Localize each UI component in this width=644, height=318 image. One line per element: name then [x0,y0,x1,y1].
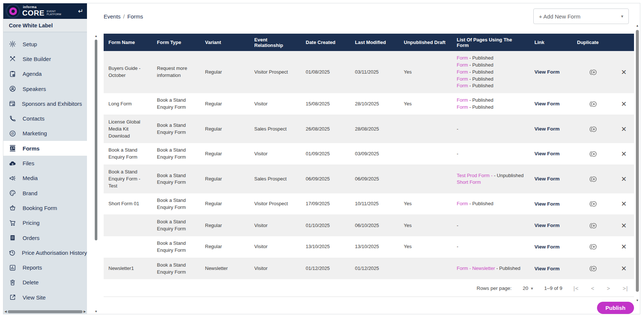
scroll-up-icon[interactable]: ▲ [94,34,98,38]
duplicate-button[interactable] [572,64,614,80]
page-form-link[interactable]: Form [457,76,468,82]
duplicate-button[interactable] [572,218,614,234]
delete-form-button[interactable]: × [621,149,626,159]
view-form-link[interactable]: View Form [534,151,560,156]
scroll-down-icon[interactable]: ▼ [635,299,639,302]
view-form-link[interactable]: View Form [534,101,560,106]
cell-event-relationship: Visitor [249,97,301,111]
scroll-down-icon[interactable]: ▼ [94,310,98,313]
page-status-text: - Published [468,83,493,88]
sidebar-item-orders[interactable]: Orders [3,230,87,245]
page-form-link[interactable]: Form [457,55,468,61]
content-left-scrollbar[interactable]: ▲ ▼ [94,34,98,313]
delete-form-button[interactable]: × [621,199,626,209]
page-scroll-thumb[interactable] [636,30,639,292]
sidebar-item-brand[interactable]: Brand [3,186,87,200]
sidebar-item-site-builder[interactable]: Site Builder [3,51,87,66]
sidebar-item-redirect[interactable]: Redirect [3,305,87,310]
duplicate-button[interactable] [572,96,614,112]
view-form-link[interactable]: View Form [534,223,560,228]
delete-form-button[interactable]: × [621,99,626,109]
sidebar-item-forms[interactable]: Forms [3,141,87,156]
sidebar-item-booking-form[interactable]: Booking Form [3,200,87,215]
sidebar-item-delete[interactable]: Delete [3,275,87,290]
cell-last-modified: 03/09/2025 [350,147,399,161]
sidebar-horizontal-scrollbar[interactable]: ◀ ▶ [4,310,86,314]
column-header-unpublished-draft: Unpublished Draft [399,37,452,47]
page-status-text: - Published [468,97,493,103]
page-line: Form - Published [457,104,527,111]
sidebar-item-reports[interactable]: Reports [3,260,87,275]
sidebar-item-view-site[interactable]: View Site [3,290,87,305]
page-line: Form - Published [457,62,527,69]
delete-form-button[interactable]: × [621,67,626,77]
page-status-text: - [457,244,458,249]
page-form-link[interactable]: Test Prod Form - [457,173,493,178]
sidebar-item-marketing[interactable]: @Marketing [3,126,87,141]
next-page-button[interactable]: > [607,285,611,291]
page-vertical-scrollbar[interactable]: ▲ ▼ [635,24,639,302]
delete-form-button[interactable]: × [621,174,626,184]
sidebar-item-pricing[interactable]: Pricing [3,216,87,230]
prev-page-button[interactable]: < [591,285,595,291]
delete-form-button[interactable]: × [621,241,626,251]
duplicate-button[interactable] [572,261,614,277]
breadcrumb-events[interactable]: Events [104,13,121,20]
page-form-link[interactable]: Form [457,69,468,75]
last-page-button[interactable]: >| [623,285,628,291]
view-form-link[interactable]: View Form [534,244,560,250]
rows-per-page-select[interactable]: 20 ▾ [523,285,533,291]
sidebar-hscroll-thumb[interactable] [8,310,83,313]
left-scroll-thumb[interactable] [95,40,97,240]
delete-form-button[interactable]: × [621,124,626,134]
sidebar-item-files[interactable]: Files [3,156,87,170]
cell-delete: × [614,119,634,139]
workspace-label: Core White Label [3,19,87,32]
informa-wordmark: informa [23,6,61,9]
duplicate-icon [589,223,597,228]
duplicate-button[interactable] [572,196,614,212]
scroll-up-icon[interactable]: ▲ [635,24,639,27]
delete-form-button[interactable]: × [621,263,626,273]
page-form-link[interactable]: Form [457,104,468,110]
page-form-link[interactable]: Short Form [457,179,481,185]
duplicate-button[interactable] [572,171,614,187]
collapse-sidebar-icon[interactable]: ↵ [78,7,83,15]
page-form-link[interactable]: Form [457,97,468,103]
sidebar-item-contacts[interactable]: Contacts [3,111,87,126]
sidebar-item-agenda[interactable]: Agenda [3,67,87,81]
duplicate-icon [589,244,597,249]
page-form-link[interactable]: Form [457,62,468,68]
first-page-button[interactable]: |< [573,285,579,291]
sidebar-item-media[interactable]: Media [3,171,87,186]
duplicate-icon [589,201,597,206]
duplicate-button[interactable] [572,239,614,255]
view-form-link[interactable]: View Form [534,266,560,271]
view-form-link[interactable]: View Form [534,126,560,132]
delete-form-button[interactable]: × [621,220,626,230]
page-status-text: - Published [468,104,493,110]
view-form-link[interactable]: View Form [534,69,560,75]
scroll-right-icon[interactable]: ▶ [84,310,86,313]
duplicate-button[interactable] [572,146,614,162]
sidebar-item-price-authorisation-history[interactable]: Price Authorisation History [3,245,87,260]
external-link-icon [9,294,17,301]
publish-button[interactable]: Publish [597,302,634,314]
cell-pages-using-form: Test Prod Form - - UnpublishedShort Form [452,169,530,190]
sidebar-item-speakers[interactable]: Speakers [3,81,87,96]
view-form-link[interactable]: View Form [534,176,560,182]
duplicate-button[interactable] [572,121,614,137]
scroll-left-icon[interactable]: ◀ [4,310,7,313]
page-form-link[interactable]: Form [457,201,468,206]
view-form-link[interactable]: View Form [534,201,560,207]
add-new-form-select[interactable]: + Add New Form ▾ [533,9,629,24]
person-icon [9,85,17,92]
page-form-link[interactable]: Form - Newsletter [457,265,495,271]
table-row: Book a Stand Enquiry FormRegularVisitor0… [104,215,634,236]
page-form-link[interactable]: Form [457,83,468,88]
sidebar-item-sponsors-and-exhibitors[interactable]: Sponsors and Exhibitors [3,96,87,111]
chevron-down-icon: ▾ [621,14,623,19]
cell-event-relationship: Sales Prospect [249,172,301,186]
sidebar-item-setup[interactable]: Setup [3,37,87,51]
cell-delete: × [614,194,634,214]
